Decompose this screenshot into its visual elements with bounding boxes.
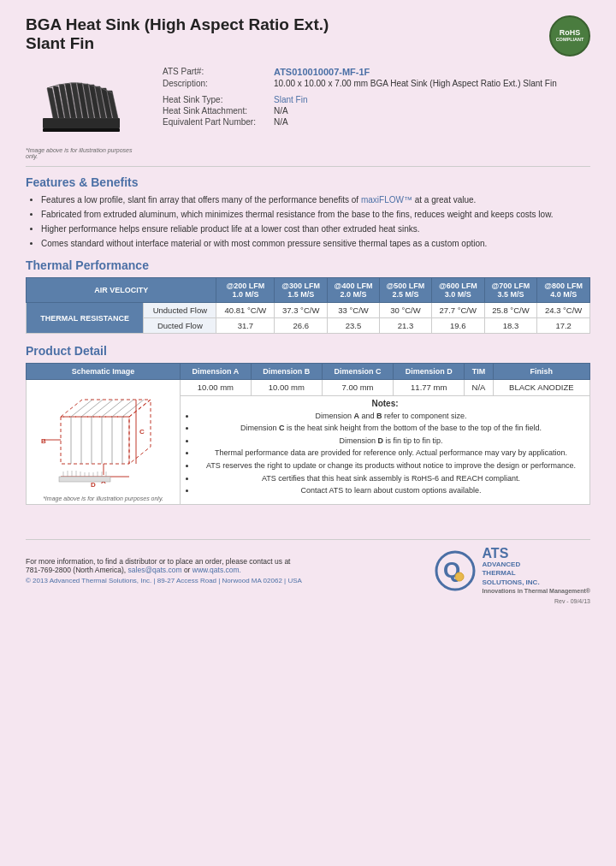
finish-header: Finish	[493, 364, 589, 380]
header-title: BGA Heat Sink (High Aspect Ratio Ext.) S…	[26, 15, 329, 53]
notes-title: Notes:	[184, 399, 586, 408]
dim-d-value: 11.77 mm	[394, 380, 465, 396]
footer-or: or	[184, 566, 192, 574]
col-600lfm: @600 LFM3.0 M/S	[431, 278, 484, 303]
ducted-label: Ducted Flow	[144, 318, 216, 334]
svg-line-22	[71, 400, 92, 417]
rohs-badge: RoHS COMPLIANT	[549, 15, 590, 56]
footer-contact: For more information, to find a distribu…	[26, 557, 434, 574]
schematic-image-cell: B A C D	[27, 380, 181, 505]
header: BGA Heat Sink (High Aspect Ratio Ext.) S…	[26, 15, 590, 56]
ducted-600: 19.6	[431, 318, 484, 334]
description-row: Description: 10.00 x 10.00 x 7.00 mm BGA…	[163, 79, 590, 88]
unducted-500: 30 °C/W	[379, 303, 431, 318]
unducted-row: THERMAL RESISTANCE Unducted Flow 40.81 °…	[27, 303, 590, 318]
col-200lfm: @200 LFM1.0 M/S	[216, 278, 275, 303]
svg-rect-12	[43, 128, 120, 132]
footer-website[interactable]: www.qats.com.	[192, 566, 241, 574]
ats-name-3: SOLUTIONS, INC.	[482, 578, 590, 587]
product-detail-section: Product Detail Schematic Image Dimension…	[26, 344, 590, 505]
description-label: Description:	[163, 79, 274, 88]
maxiflow-link: maxiFLOW™	[361, 195, 412, 205]
attachment-row: Heat Sink Attachment: N/A	[163, 106, 590, 116]
ats-text-block: ATS ADVANCED THERMAL SOLUTIONS, INC. Inn…	[482, 547, 590, 595]
footer-contact-text: For more information, to find a distribu…	[26, 557, 290, 566]
dim-b-header: Dimension B	[251, 364, 322, 380]
equiv-part-value: N/A	[274, 117, 288, 127]
ats-name-1: ADVANCED	[482, 561, 590, 569]
attachment-label: Heat Sink Attachment:	[163, 106, 274, 116]
note-3: Dimension D is fin tip to fin tip.	[196, 436, 586, 447]
ducted-200: 31.7	[216, 318, 275, 334]
type-label: Heat Sink Type:	[163, 95, 274, 104]
unducted-400: 33 °C/W	[328, 303, 380, 318]
ats-tagline: Innovations in Thermal Management®	[482, 587, 590, 595]
unducted-200: 40.81 °C/W	[216, 303, 275, 318]
product-detail-heading: Product Detail	[26, 344, 590, 358]
tim-value: N/A	[465, 380, 493, 396]
svg-line-24	[92, 400, 113, 417]
unducted-800: 24.3 °C/W	[537, 303, 590, 318]
rohs-sublabel: COMPLIANT	[556, 37, 584, 43]
ducted-700: 18.3	[484, 318, 537, 334]
col-800lfm: @800 LFM4.0 M/S	[537, 278, 590, 303]
note-1: Dimension A and B refer to component siz…	[196, 411, 586, 422]
ducted-500: 21.3	[379, 318, 431, 334]
features-section: Features & Benefits Features a low profi…	[26, 175, 590, 250]
svg-line-23	[81, 400, 103, 417]
svg-line-25	[102, 400, 123, 417]
equiv-part-label: Equivalent Part Number:	[163, 117, 274, 127]
ats-logo-text: ATS	[482, 547, 590, 561]
feature-item-2: Fabricated from extruded aluminum, which…	[41, 209, 590, 221]
page-number: Rev - 09/4/13	[26, 598, 590, 604]
part-number-row: ATS Part#: ATS010010007-MF-1F	[163, 67, 590, 77]
page-title-line1: BGA Heat Sink (High Aspect Ratio Ext.)	[26, 15, 329, 34]
unducted-300: 37.3 °C/W	[275, 303, 328, 318]
svg-text:D: D	[91, 481, 96, 489]
col-700lfm: @700 LFM3.5 M/S	[484, 278, 537, 303]
feature-item-4: Comes standard without interface materia…	[41, 238, 590, 250]
footer-left: For more information, to find a distribu…	[26, 557, 434, 584]
notes-list: Dimension A and B refer to component siz…	[184, 411, 586, 496]
note-2: Dimension C is the heat sink height from…	[196, 423, 586, 434]
schematic-svg: B A C D	[35, 383, 172, 494]
footer-email[interactable]: sales@qats.com	[128, 566, 182, 574]
type-value: Slant Fin	[274, 95, 307, 104]
dim-c-value: 7.00 mm	[322, 380, 393, 396]
tim-header: TIM	[465, 364, 493, 380]
unducted-700: 25.8 °C/W	[484, 303, 537, 318]
heatsink-illustration	[26, 67, 137, 144]
footer-copyright: © 2013 Advanced Thermal Solutions, Inc. …	[26, 577, 434, 584]
ducted-400: 23.5	[328, 318, 380, 334]
note-6: ATS certifies that this heat sink assemb…	[196, 473, 586, 484]
product-info: *Image above is for illustration purpose…	[26, 67, 590, 159]
col-400lfm: @400 LFM2.0 M/S	[328, 278, 380, 303]
thermal-resistance-label: THERMAL RESISTANCE	[27, 303, 144, 334]
unducted-label: Unducted Flow	[144, 303, 216, 318]
ats-q-logo: Q	[434, 549, 477, 592]
footer: For more information, to find a distribu…	[26, 539, 590, 595]
svg-line-26	[112, 400, 133, 417]
product-details: ATS Part#: ATS010010007-MF-1F Descriptio…	[163, 67, 590, 159]
dimension-values-row: B A C D	[27, 380, 590, 396]
dim-d-header: Dimension D	[394, 364, 465, 380]
description-value: 10.00 x 10.00 x 7.00 mm BGA Heat Sink (H…	[274, 79, 557, 88]
attachment-value: N/A	[274, 106, 288, 116]
page: BGA Heat Sink (High Aspect Ratio Ext.) S…	[0, 0, 616, 866]
note-5: ATS reserves the right to update or chan…	[196, 460, 586, 472]
unducted-600: 27.7 °C/W	[431, 303, 484, 318]
ducted-300: 26.6	[275, 318, 328, 334]
feature-item-3: Higher performance helps ensure reliable…	[41, 223, 590, 235]
part-number-value: ATS010010007-MF-1F	[274, 67, 370, 77]
notes-cell: Notes: Dimension A and B refer to compon…	[181, 395, 590, 504]
ats-name-2: THERMAL	[482, 569, 590, 578]
divider-1	[26, 166, 590, 167]
note-7: Contact ATS to learn about custom option…	[196, 485, 586, 496]
dim-c-header: Dimension C	[322, 364, 393, 380]
features-list: Features a low profile, slant fin array …	[26, 194, 590, 250]
footer-right: Q ATS ADVANCED THERMAL SOLUTIONS, INC. I…	[434, 547, 590, 595]
svg-point-50	[455, 572, 464, 581]
finish-value: BLACK ANODIZE	[493, 380, 589, 396]
page-title-line2: Slant Fin	[26, 34, 329, 53]
feature-item-1: Features a low profile, slant fin array …	[41, 194, 590, 206]
